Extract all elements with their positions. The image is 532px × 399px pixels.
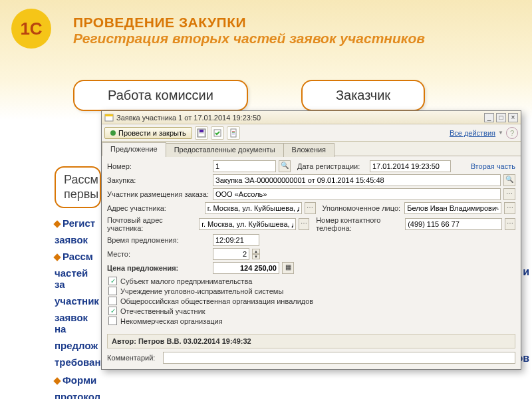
label-number: Номер:	[107, 162, 210, 170]
phone-field[interactable]	[405, 218, 502, 230]
checkbox-3[interactable]	[108, 307, 117, 315]
checkbox-label-4: Некоммерческая организация	[120, 317, 223, 325]
svg-text:1С: 1С	[20, 19, 42, 39]
author-info: Автор: Петров В.В. 03.02.2014 19:49:32	[107, 334, 515, 348]
label-offer-price: Цена предложения:	[107, 264, 210, 272]
participant-field[interactable]	[213, 188, 501, 200]
tab-attachments[interactable]: Вложения	[283, 143, 335, 157]
title-line1: ПРОВЕДЕНИЕ ЗАКУПКИ	[73, 15, 425, 31]
label-offer-time: Время предложения:	[107, 236, 210, 244]
post-and-close-button[interactable]: Провести и закрыть	[104, 127, 192, 139]
post-icon	[110, 130, 116, 136]
all-actions-link[interactable]: Все действия	[450, 129, 495, 137]
checkbox-4[interactable]	[108, 317, 117, 325]
report-icon[interactable]	[227, 126, 240, 140]
window-icon	[104, 113, 114, 122]
label-reg-date: Дата регистрации:	[297, 162, 367, 170]
maximize-button[interactable]: □	[496, 113, 506, 122]
label-address: Адрес участника:	[107, 204, 202, 212]
tab-documents[interactable]: Предоставленные документы	[166, 143, 284, 157]
tabs: Предложение Предоставленные документы Вл…	[102, 142, 521, 156]
left-partial-text: Рассм первы Регист заявок Рассм частей з…	[55, 166, 101, 399]
svg-rect-3	[105, 114, 113, 116]
auth-person-field[interactable]	[404, 202, 501, 214]
participant-flags: Субъект малого предпринимательстваУчрежд…	[108, 277, 515, 325]
comment-field[interactable]	[163, 352, 515, 364]
lookup-icon[interactable]: 🔍	[503, 174, 515, 186]
place-spinner[interactable]: ▲▼	[252, 249, 260, 259]
label-phone: Номер контактного телефона:	[316, 216, 402, 232]
svg-rect-5	[199, 134, 204, 136]
tab-offer[interactable]: Предложение	[102, 142, 166, 156]
window-title: Заявка участника 1 от 17.01.2014 19:23:5…	[116, 114, 484, 122]
svg-rect-11	[232, 134, 235, 134]
save-icon[interactable]	[195, 126, 208, 140]
label-auth-person: Уполномоченное лицо:	[323, 204, 402, 212]
select-icon[interactable]: ⋯	[299, 218, 309, 230]
pill-customer: Заказчик	[301, 80, 425, 111]
checkbox-2[interactable]	[108, 297, 117, 305]
reg-date-field[interactable]	[370, 160, 451, 172]
lookup-icon[interactable]: 🔍	[279, 160, 291, 172]
logo-1c: 1С	[8, 5, 55, 52]
window-toolbar: Провести и закрыть Все действия ▼ ?	[102, 124, 521, 142]
participant-request-window: Заявка участника 1 от 17.01.2014 19:23:5…	[101, 110, 521, 370]
select-icon[interactable]: ⋯	[305, 202, 316, 214]
label-post-address: Почтовый адрес участника:	[107, 216, 196, 232]
checkbox-1[interactable]	[108, 287, 117, 295]
label-purchase: Закупка:	[107, 176, 210, 184]
svg-rect-6	[200, 130, 203, 132]
number-field[interactable]	[213, 160, 276, 172]
minimize-button[interactable]: _	[484, 113, 494, 122]
checkbox-label-3: Отечественный участник	[120, 307, 205, 315]
second-part-link[interactable]: Вторая часть	[471, 162, 515, 170]
place-field[interactable]	[213, 248, 249, 260]
offer-time-field[interactable]	[213, 234, 259, 246]
checkbox-0[interactable]	[108, 277, 117, 285]
purchase-field[interactable]	[213, 174, 501, 186]
select-icon[interactable]: ⋯	[504, 202, 515, 214]
pill-commission: Работа комиссии	[73, 80, 248, 111]
checkbox-label-2: Общероссийская общественная организация …	[120, 297, 313, 305]
label-participant: Участник размещения заказа:	[107, 190, 210, 198]
post-icon-button[interactable]	[211, 126, 224, 140]
select-icon[interactable]: ⋯	[505, 218, 515, 230]
label-place: Место:	[107, 250, 210, 258]
post-address-field[interactable]	[199, 218, 296, 230]
offer-price-field[interactable]	[213, 262, 279, 274]
title-line2: Регистрация вторых частей заявок участни…	[73, 31, 425, 47]
window-titlebar: Заявка участника 1 от 17.01.2014 19:23:5…	[102, 111, 521, 124]
svg-rect-9	[232, 131, 235, 132]
close-button[interactable]: ×	[508, 113, 518, 122]
label-comment: Комментарий:	[107, 354, 160, 362]
help-icon[interactable]: ?	[506, 127, 518, 139]
checkbox-label-1: Учреждение уголовно-исправительной систе…	[120, 287, 283, 295]
checkbox-label-0: Субъект малого предпринимательства	[120, 277, 252, 285]
calculator-icon[interactable]: ▦	[282, 262, 294, 274]
page-title: ПРОВЕДЕНИЕ ЗАКУПКИ Регистрация вторых ча…	[73, 15, 425, 47]
svg-rect-10	[232, 132, 235, 133]
select-icon[interactable]: ⋯	[503, 188, 515, 200]
address-field[interactable]	[205, 202, 302, 214]
